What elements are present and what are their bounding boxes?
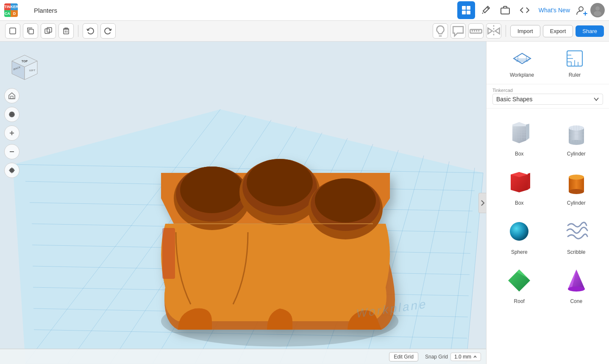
box-red-svg <box>505 168 534 197</box>
copy-button[interactable] <box>23 23 38 39</box>
svg-point-9 <box>579 7 583 11</box>
collapse-sidebar-button[interactable] <box>478 193 486 213</box>
logo-ca: CA <box>4 10 11 17</box>
svg-rect-72 <box>11 96 13 99</box>
build-button[interactable] <box>477 1 495 19</box>
code-icon <box>520 5 530 15</box>
svg-text:TOP: TOP <box>22 60 28 63</box>
home-icon <box>8 92 16 100</box>
svg-point-128 <box>568 286 585 292</box>
cylinder-orange-svg <box>562 168 591 197</box>
svg-point-121 <box>569 189 584 194</box>
sphere-svg <box>505 217 534 246</box>
new-object-button[interactable] <box>5 23 20 39</box>
library-select[interactable]: Basic Shapes <box>492 94 603 105</box>
shape-label-cylinder-gray: Cylinder <box>567 151 586 157</box>
svg-marker-94 <box>512 122 526 126</box>
bottom-bar: Edit Grid Snap Grid 1.0 mm <box>0 349 486 364</box>
logo[interactable]: TIN KER CA D <box>4 3 18 17</box>
home-view-button[interactable] <box>4 88 19 103</box>
mirror-button[interactable] <box>486 23 501 39</box>
new-object-icon <box>8 27 17 35</box>
svg-rect-14 <box>10 28 16 34</box>
undo-button[interactable] <box>83 23 98 39</box>
delete-button[interactable] <box>58 23 74 39</box>
svg-rect-15 <box>29 29 33 34</box>
fit-view-button[interactable] <box>4 163 19 178</box>
sidebar-tools: Workplane Ruler <box>487 42 609 84</box>
svg-rect-5 <box>462 11 466 14</box>
shape-item-cone[interactable]: Cone <box>549 261 604 308</box>
workplane-tool-icon <box>511 47 533 69</box>
svg-rect-65 <box>162 228 175 279</box>
svg-marker-28 <box>488 28 492 34</box>
project-title: Planters <box>34 7 57 14</box>
zoom-out-button[interactable] <box>4 144 19 159</box>
add-user-button[interactable] <box>575 3 589 17</box>
notes-button[interactable] <box>450 23 466 39</box>
rotate-button[interactable] <box>4 107 19 122</box>
snap-grid-label: Snap Grid <box>425 354 448 360</box>
nav-controls <box>4 88 19 178</box>
workplane-icon <box>511 47 533 69</box>
whats-new-button[interactable]: What's New <box>535 5 573 15</box>
share-button[interactable]: Share <box>576 25 604 37</box>
shape-label-sphere: Sphere <box>511 249 528 255</box>
orientation-cube: TOP BACK LEFT <box>8 49 42 83</box>
svg-rect-6 <box>467 11 470 14</box>
edit-grid-button[interactable]: Edit Grid <box>389 352 418 361</box>
scribble-svg <box>562 217 591 246</box>
shape-icon-cylinder-orange <box>561 167 592 197</box>
shape-item-scribble[interactable]: Scribble <box>549 212 604 259</box>
sidebar: Workplane Ruler <box>486 42 609 364</box>
svg-rect-8 <box>501 8 509 14</box>
menu-icon-button[interactable] <box>25 8 28 12</box>
light-button[interactable] <box>433 23 448 39</box>
briefcase-icon <box>500 5 510 15</box>
logo-ker: KER <box>11 3 18 10</box>
grid-view-button[interactable] <box>457 1 475 19</box>
svg-point-58 <box>180 167 244 213</box>
avatar-icon <box>592 4 603 16</box>
shape-label-roof: Roof <box>514 298 525 304</box>
shape-item-box-gray[interactable]: Box <box>492 114 547 161</box>
logo-tin: TIN <box>4 3 11 10</box>
box-gray-svg <box>505 119 534 147</box>
svg-point-13 <box>594 11 601 16</box>
export-button[interactable]: Export <box>543 25 573 37</box>
duplicate-button[interactable] <box>41 23 56 39</box>
snap-grid-value[interactable]: 1.0 mm <box>450 353 481 361</box>
svg-marker-96 <box>526 124 529 141</box>
zoom-in-icon <box>8 129 16 137</box>
nav-cube[interactable]: TOP BACK LEFT <box>8 49 42 83</box>
cylinder-gray-svg <box>562 119 591 147</box>
speech-bubble-icon <box>451 24 465 38</box>
shape-item-roof[interactable]: Roof <box>492 261 547 308</box>
avatar[interactable] <box>590 3 605 17</box>
workplane-tool[interactable]: Workplane <box>510 47 534 78</box>
shape-icon-scribble <box>561 216 592 247</box>
delete-icon <box>62 27 70 35</box>
embed-button[interactable] <box>516 1 534 19</box>
measure-button[interactable] <box>468 23 484 39</box>
shape-item-cylinder-orange[interactable]: Cylinder <box>549 163 604 210</box>
redo-button[interactable] <box>100 23 116 39</box>
viewport[interactable]: Workplane TOP BACK LEFT <box>0 42 486 364</box>
toolbar: Import Export Share <box>0 21 609 42</box>
ruler-tool[interactable]: Ruler <box>564 47 586 78</box>
shape-item-cylinder-gray[interactable]: Cylinder <box>549 114 604 161</box>
zoom-in-button[interactable] <box>4 125 19 141</box>
shape-item-box-red[interactable]: Box <box>492 163 547 210</box>
shape-icon-box-red <box>504 167 534 197</box>
copy-icon <box>26 27 35 35</box>
cone-svg <box>562 266 591 295</box>
import-button[interactable]: Import <box>510 25 540 37</box>
shape-item-sphere[interactable]: Sphere <box>492 212 547 259</box>
lightbulb-icon <box>433 24 448 38</box>
orbit-icon <box>8 111 16 118</box>
svg-rect-18 <box>64 29 69 34</box>
shapes-grid: Box <box>487 108 609 314</box>
gallery-button[interactable] <box>496 1 514 19</box>
shape-icon-cone <box>561 265 592 296</box>
duplicate-icon <box>44 27 53 35</box>
